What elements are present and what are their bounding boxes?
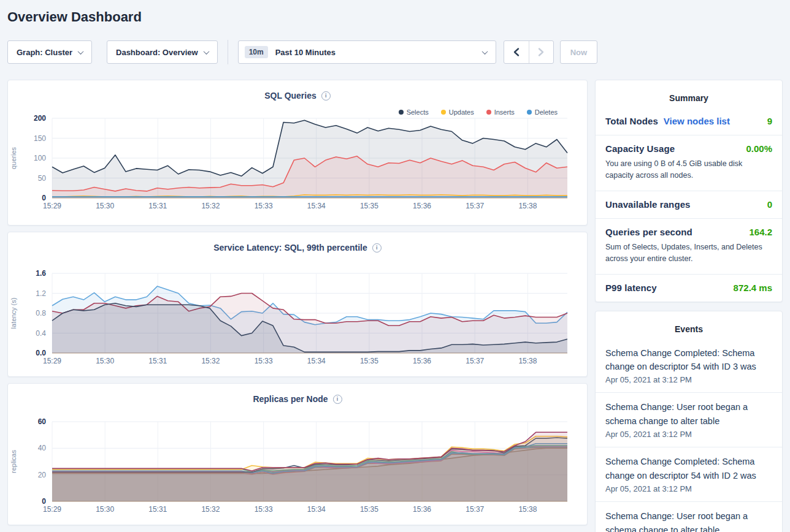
dashboard-dropdown[interactable]: Dashboard: Overview <box>107 40 218 64</box>
event-item: Schema Change: User root began a schema … <box>596 501 782 532</box>
sql-queries-plot[interactable]: 05010015020015:2915:3015:3115:3215:3315:… <box>8 112 587 216</box>
svg-text:200: 200 <box>34 114 46 123</box>
time-next-button[interactable] <box>529 41 553 63</box>
event-timestamp: Apr 05, 2021 at 3:12 PM <box>605 375 772 384</box>
event-message: Schema Change: User root began a schema … <box>605 509 772 532</box>
svg-text:0: 0 <box>42 497 46 506</box>
main-content: SQL Queries i SelectsUpdatesInsertsDelet… <box>7 80 783 532</box>
svg-text:0.4: 0.4 <box>36 329 46 338</box>
event-message: Schema Change: User root began a schema … <box>605 400 772 428</box>
chart-card-service-latency: Service Latency: SQL, 99th percentile i … <box>7 232 588 377</box>
time-range-selector[interactable]: 10m Past 10 Minutes <box>238 40 496 64</box>
svg-text:15:29: 15:29 <box>43 357 61 365</box>
event-message: Schema Change Completed: Schema change o… <box>605 455 772 482</box>
svg-text:15:29: 15:29 <box>43 505 61 514</box>
summary-value: 872.4 ms <box>734 283 772 293</box>
svg-text:15:37: 15:37 <box>466 505 484 514</box>
svg-text:0.8: 0.8 <box>36 309 46 317</box>
svg-text:15:35: 15:35 <box>360 357 378 365</box>
info-icon[interactable]: i <box>372 243 382 253</box>
summary-value: 9 <box>767 116 772 126</box>
summary-label: P99 latency <box>605 283 657 293</box>
events-panel: Events Schema Change Completed: Schema c… <box>595 311 783 532</box>
svg-text:1.6: 1.6 <box>36 269 46 278</box>
chart-title: SQL Queries <box>264 91 316 101</box>
time-prev-button[interactable] <box>504 41 529 63</box>
info-icon[interactable]: i <box>333 395 342 404</box>
event-item: Schema Change Completed: Schema change o… <box>596 447 782 501</box>
svg-text:15:36: 15:36 <box>413 357 431 365</box>
summary-panel: Summary Total Nodes View nodes list 9 Ca… <box>595 80 783 302</box>
view-nodes-link[interactable]: View nodes list <box>664 116 730 126</box>
summary-row-capacity-usage: Capacity Usage 0.00% You are using 0 B o… <box>596 135 782 191</box>
svg-text:15:31: 15:31 <box>148 357 167 365</box>
svg-text:queries: queries <box>10 146 17 169</box>
chevron-down-icon <box>78 48 84 55</box>
svg-text:latency (s): latency (s) <box>10 298 17 329</box>
summary-value: 164.2 <box>749 227 772 237</box>
summary-label: Queries per second <box>605 227 692 237</box>
svg-text:15:34: 15:34 <box>307 202 326 210</box>
dashboard-dropdown-label: Dashboard: Overview <box>116 48 198 57</box>
svg-text:replicas: replicas <box>10 450 17 473</box>
page-title: Overview Dashboard <box>7 9 790 26</box>
svg-text:20: 20 <box>38 471 47 479</box>
svg-text:15:32: 15:32 <box>201 505 220 514</box>
info-icon[interactable]: i <box>321 91 331 101</box>
svg-text:15:30: 15:30 <box>96 357 114 365</box>
chevron-down-icon <box>203 48 209 55</box>
svg-text:15:34: 15:34 <box>307 357 326 365</box>
chevron-down-icon <box>481 48 488 55</box>
events-title: Events <box>596 311 782 339</box>
summary-row-unavailable-ranges: Unavailable ranges 0 <box>596 191 782 218</box>
svg-text:15:32: 15:32 <box>201 202 220 210</box>
svg-text:15:34: 15:34 <box>307 505 326 514</box>
service-latency-plot[interactable]: 0.00.40.81.21.615:2915:3015:3115:3215:33… <box>8 267 587 371</box>
chart-card-replicas-per-node: Replicas per Node i 020406015:2915:3015:… <box>7 383 588 525</box>
summary-value: 0 <box>767 199 772 210</box>
summary-value: 0.00% <box>746 143 772 154</box>
svg-text:15:37: 15:37 <box>466 357 484 365</box>
svg-text:100: 100 <box>34 154 46 162</box>
svg-text:1.2: 1.2 <box>36 289 46 298</box>
svg-text:15:33: 15:33 <box>255 357 273 365</box>
svg-text:15:33: 15:33 <box>255 202 273 210</box>
svg-text:0: 0 <box>42 194 46 202</box>
event-item: Schema Change: User root began a schema … <box>596 392 782 447</box>
chart-card-sql-queries: SQL Queries i SelectsUpdatesInsertsDelet… <box>7 80 588 226</box>
charts-column: SQL Queries i SelectsUpdatesInsertsDelet… <box>7 80 588 532</box>
summary-label: Unavailable ranges <box>605 199 691 210</box>
svg-text:15:37: 15:37 <box>466 202 484 210</box>
chevron-right-icon <box>537 47 545 57</box>
svg-text:15:30: 15:30 <box>96 202 114 210</box>
graph-dropdown[interactable]: Graph: Cluster <box>7 40 92 64</box>
event-item: Schema Change Completed: Schema change o… <box>596 339 782 393</box>
chevron-left-icon <box>512 47 521 57</box>
toolbar-divider <box>228 40 228 64</box>
time-range-badge: 10m <box>245 46 268 58</box>
summary-row-p99-latency: P99 latency 872.4 ms <box>596 274 782 302</box>
chart-title: Replicas per Node <box>253 394 328 404</box>
svg-text:15:36: 15:36 <box>413 202 431 210</box>
summary-title: Summary <box>596 80 782 108</box>
time-range-label: Past 10 Minutes <box>275 48 336 57</box>
svg-text:15:35: 15:35 <box>360 202 378 210</box>
replicas-per-node-plot[interactable]: 020406015:2915:3015:3115:3215:3315:3415:… <box>8 416 587 520</box>
svg-text:15:38: 15:38 <box>518 357 537 365</box>
svg-text:15:30: 15:30 <box>96 505 114 514</box>
event-timestamp: Apr 05, 2021 at 3:12 PM <box>605 484 772 493</box>
time-pager <box>504 40 554 64</box>
graph-dropdown-label: Graph: Cluster <box>17 48 72 57</box>
summary-description: Sum of Selects, Updates, Inserts, and De… <box>605 241 772 265</box>
svg-text:15:32: 15:32 <box>201 357 220 365</box>
summary-label: Total Nodes <box>605 116 658 126</box>
svg-text:15:36: 15:36 <box>413 505 431 514</box>
svg-text:50: 50 <box>38 174 47 183</box>
chart-title: Service Latency: SQL, 99th percentile <box>213 243 367 253</box>
toolbar: Graph: Cluster Dashboard: Overview 10m P… <box>7 40 783 64</box>
event-message: Schema Change Completed: Schema change o… <box>605 346 772 374</box>
summary-row-queries-per-second: Queries per second 164.2 Sum of Selects,… <box>596 218 782 274</box>
svg-text:15:33: 15:33 <box>255 505 273 514</box>
now-button[interactable]: Now <box>560 40 597 64</box>
svg-text:0.0: 0.0 <box>36 349 46 357</box>
